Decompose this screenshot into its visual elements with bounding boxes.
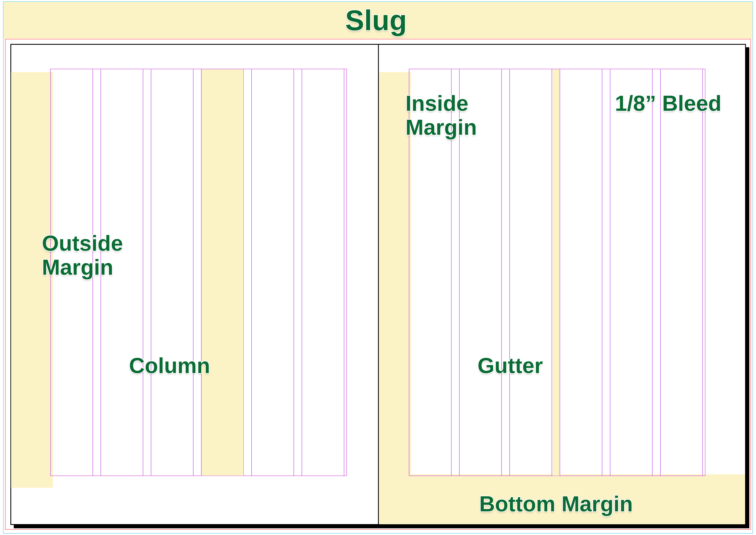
label-outside-margin: Outside Margin: [42, 231, 123, 279]
label-column: Column: [129, 354, 210, 378]
col-right-4: [560, 69, 602, 476]
outside-margin-highlight-left: [11, 72, 53, 488]
col-left-3: [151, 69, 194, 476]
col-left-5: [251, 69, 294, 476]
label-slug: Slug: [345, 5, 407, 36]
column-highlight-left: [202, 70, 243, 476]
label-bleed: 1/8” Bleed: [615, 91, 721, 115]
gutter-highlight-right: [553, 70, 560, 476]
label-gutter: Gutter: [477, 354, 543, 378]
col-right-3: [509, 69, 552, 476]
label-bottom-margin: Bottom Margin: [479, 492, 633, 516]
label-inside-margin: Inside Margin: [405, 91, 477, 139]
col-right-5: [610, 69, 653, 476]
diagram-canvas: Slug Outside Margin Column Inside Margin…: [0, 0, 756, 535]
col-left-6: [302, 69, 344, 476]
col-right-6: [660, 69, 703, 476]
spine-line: [378, 44, 379, 524]
